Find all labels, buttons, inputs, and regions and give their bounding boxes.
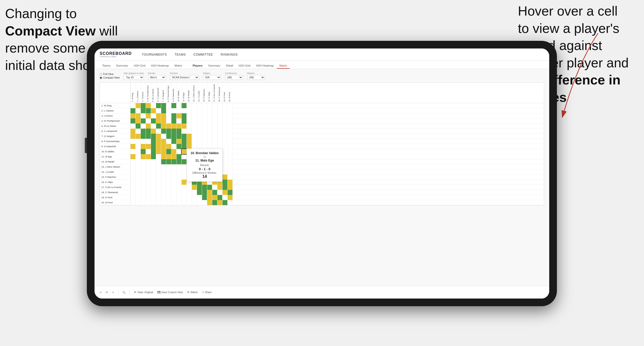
cell-2-1[interactable] bbox=[131, 108, 136, 113]
cell-5-14[interactable] bbox=[197, 123, 202, 129]
cell-8-18[interactable] bbox=[217, 139, 223, 144]
filter-max-select[interactable]: Top 25 bbox=[124, 75, 144, 80]
cell-3-14[interactable] bbox=[197, 113, 202, 118]
cell-17-1[interactable] bbox=[131, 185, 136, 190]
cell-1-20[interactable] bbox=[228, 103, 233, 108]
cell-10-7[interactable] bbox=[161, 149, 166, 154]
cell-5-7[interactable] bbox=[161, 123, 166, 129]
cell-9-16[interactable] bbox=[207, 144, 212, 149]
cell-10-5[interactable] bbox=[151, 149, 156, 154]
cell-6-17[interactable] bbox=[212, 129, 217, 134]
cell-3-18[interactable] bbox=[217, 113, 223, 118]
cell-13-9[interactable] bbox=[171, 164, 177, 169]
cell-13-4[interactable] bbox=[146, 164, 151, 169]
cell-17-8[interactable] bbox=[166, 185, 171, 190]
cell-8-14[interactable] bbox=[197, 139, 202, 144]
cell-9-8[interactable] bbox=[166, 144, 171, 149]
cell-6-12[interactable] bbox=[187, 129, 192, 134]
cell-6-8[interactable] bbox=[166, 129, 171, 134]
cell-13-1[interactable] bbox=[131, 164, 136, 169]
cell-11-3[interactable] bbox=[141, 154, 146, 159]
cell-18-9[interactable] bbox=[171, 190, 177, 195]
cell-6-6[interactable] bbox=[156, 129, 161, 134]
toolbar-undo[interactable]: ↩ bbox=[100, 291, 102, 294]
cell-12-5[interactable] bbox=[151, 159, 156, 164]
cell-20-9[interactable] bbox=[171, 200, 177, 205]
cell-1-12[interactable] bbox=[187, 103, 192, 108]
tab-h2h-heatmap-2[interactable]: H2H Heatmap bbox=[253, 63, 276, 69]
cell-6-15[interactable] bbox=[202, 129, 207, 134]
toolbar-save-custom[interactable]: 💾 Save Custom View bbox=[157, 291, 183, 294]
filter-players-select[interactable]: (All) bbox=[247, 75, 265, 80]
cell-20-10[interactable] bbox=[177, 200, 182, 205]
cell-17-5[interactable] bbox=[151, 185, 156, 190]
cell-12-11[interactable] bbox=[182, 159, 187, 164]
cell-4-11[interactable] bbox=[182, 118, 187, 123]
cell-17-19[interactable] bbox=[223, 185, 228, 190]
cell-18-7[interactable] bbox=[161, 190, 166, 195]
nav-tournaments[interactable]: TOURNAMENTS bbox=[142, 53, 167, 56]
cell-9-11[interactable] bbox=[182, 144, 187, 149]
cell-1-5[interactable] bbox=[151, 103, 156, 108]
cell-17-9[interactable] bbox=[171, 185, 177, 190]
cell-6-5[interactable] bbox=[151, 129, 156, 134]
cell-11-7[interactable] bbox=[161, 154, 166, 159]
cell-11-6[interactable] bbox=[156, 154, 161, 159]
cell-7-7[interactable] bbox=[161, 134, 166, 139]
cell-3-5[interactable] bbox=[151, 113, 156, 118]
cell-2-20[interactable] bbox=[228, 108, 233, 113]
cell-7-8[interactable] bbox=[166, 134, 171, 139]
cell-15-11[interactable] bbox=[182, 175, 187, 180]
cell-20-2[interactable] bbox=[136, 200, 141, 205]
cell-6-19[interactable] bbox=[223, 129, 228, 134]
cell-12-4[interactable] bbox=[146, 159, 151, 164]
cell-18-8[interactable] bbox=[166, 190, 171, 195]
cell-3-10[interactable] bbox=[177, 113, 182, 118]
cell-16-4[interactable] bbox=[146, 180, 151, 185]
cell-16-10[interactable] bbox=[177, 180, 182, 185]
cell-9-15[interactable] bbox=[202, 144, 207, 149]
cell-20-1[interactable] bbox=[131, 200, 136, 205]
cell-4-15[interactable] bbox=[202, 118, 207, 123]
cell-19-9[interactable] bbox=[171, 195, 177, 200]
cell-1-19[interactable] bbox=[223, 103, 228, 108]
cell-20-13[interactable] bbox=[192, 200, 197, 205]
cell-15-5[interactable] bbox=[151, 175, 156, 180]
cell-7-15[interactable] bbox=[202, 134, 207, 139]
cell-1-9[interactable] bbox=[171, 103, 177, 108]
cell-16-1[interactable] bbox=[131, 180, 136, 185]
cell-19-8[interactable] bbox=[166, 195, 171, 200]
cell-12-3[interactable] bbox=[141, 159, 146, 164]
cell-18-1[interactable] bbox=[131, 190, 136, 195]
cell-19-17[interactable] bbox=[212, 195, 217, 200]
cell-9-2[interactable] bbox=[136, 144, 141, 149]
cell-1-10[interactable] bbox=[177, 103, 182, 108]
cell-6-10[interactable] bbox=[177, 129, 182, 134]
cell-2-8[interactable] bbox=[166, 108, 171, 113]
cell-19-15[interactable] bbox=[202, 195, 207, 200]
cell-19-1[interactable] bbox=[131, 195, 136, 200]
cell-8-4[interactable] bbox=[146, 139, 151, 144]
cell-13-10[interactable] bbox=[177, 164, 182, 169]
cell-1-1[interactable] bbox=[131, 103, 136, 108]
cell-16-3[interactable] bbox=[141, 180, 146, 185]
cell-20-15[interactable] bbox=[202, 200, 207, 205]
cell-12-2[interactable] bbox=[136, 159, 141, 164]
cell-13-6[interactable] bbox=[156, 164, 161, 169]
cell-2-14[interactable] bbox=[197, 108, 202, 113]
filter-gender-select[interactable]: Men's bbox=[148, 75, 166, 80]
cell-20-6[interactable] bbox=[156, 200, 161, 205]
cell-2-15[interactable] bbox=[202, 108, 207, 113]
cell-5-4[interactable] bbox=[146, 123, 151, 129]
cell-20-16[interactable] bbox=[207, 200, 212, 205]
cell-4-7[interactable] bbox=[161, 118, 166, 123]
cell-8-11[interactable] bbox=[182, 139, 187, 144]
cell-17-13[interactable] bbox=[192, 185, 197, 190]
cell-3-16[interactable] bbox=[207, 113, 212, 118]
cell-15-6[interactable] bbox=[156, 175, 161, 180]
cell-7-3[interactable] bbox=[141, 134, 146, 139]
cell-8-10[interactable] bbox=[177, 139, 182, 144]
cell-8-12[interactable] bbox=[187, 139, 192, 144]
cell-15-4[interactable] bbox=[146, 175, 151, 180]
cell-2-17[interactable] bbox=[212, 108, 217, 113]
